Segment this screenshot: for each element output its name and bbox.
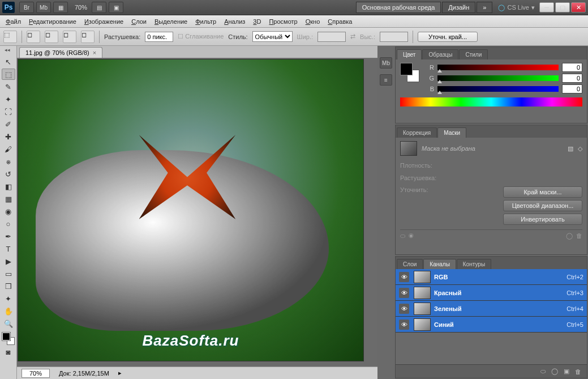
- move-tool[interactable]: ↖: [2, 56, 15, 67]
- close-tab-icon[interactable]: ×: [93, 49, 96, 56]
- blur-tool[interactable]: ◉: [2, 206, 15, 217]
- marquee-tool[interactable]: ⬚: [2, 69, 15, 80]
- 3d-camera-tool[interactable]: ✦: [2, 293, 15, 304]
- status-zoom-input[interactable]: [22, 369, 50, 378]
- intersect-selection-icon[interactable]: ◻: [81, 31, 95, 43]
- quickmask-tool[interactable]: ◙: [2, 346, 15, 357]
- menu-layer[interactable]: Слои: [131, 18, 147, 25]
- workspace-essentials[interactable]: Основная рабочая среда: [356, 2, 441, 13]
- visibility-icon[interactable]: 👁: [399, 272, 409, 282]
- load-channel-selection-icon[interactable]: ⬭: [540, 368, 546, 375]
- workspace-more[interactable]: »: [477, 2, 492, 13]
- b-slider[interactable]: [437, 86, 559, 92]
- canvas-viewport[interactable]: BazaSofta.ru: [17, 58, 377, 367]
- tab-adjustments[interactable]: Коррекция: [397, 127, 437, 138]
- status-arrow-icon[interactable]: ▸: [118, 369, 122, 377]
- tab-color[interactable]: Цвет: [397, 49, 422, 59]
- maximize-button[interactable]: ▢: [555, 2, 570, 12]
- visibility-icon[interactable]: 👁: [399, 288, 409, 298]
- b-input[interactable]: [562, 84, 582, 93]
- pen-tool[interactable]: ✒: [2, 231, 15, 242]
- spectrum-picker[interactable]: [400, 97, 582, 107]
- channel-row-rgb[interactable]: 👁 RGB Ctrl+2: [396, 269, 587, 285]
- color-swatches[interactable]: [2, 333, 15, 345]
- channel-row-red[interactable]: 👁 Красный Ctrl+3: [396, 285, 587, 301]
- arrange-icon[interactable]: ▤: [92, 2, 106, 13]
- menu-edit[interactable]: Редактирование: [29, 18, 76, 25]
- zoom-tool[interactable]: 🔍: [2, 318, 15, 329]
- r-input[interactable]: [562, 63, 582, 72]
- delete-channel-icon[interactable]: 🗑: [575, 368, 581, 375]
- save-selection-icon[interactable]: ◯: [551, 368, 558, 375]
- mask-edge-button[interactable]: Край маски...: [503, 186, 582, 198]
- history-panel-icon[interactable]: ≡: [380, 74, 392, 86]
- bridge-icon[interactable]: Br: [19, 2, 34, 13]
- tab-channels[interactable]: Каналы: [423, 259, 456, 269]
- close-button[interactable]: ✕: [571, 2, 586, 12]
- refine-edge-button[interactable]: Уточн. край...: [418, 32, 478, 42]
- gradient-tool[interactable]: ▦: [2, 193, 15, 205]
- eraser-tool[interactable]: ◧: [2, 181, 15, 192]
- view-extras-icon[interactable]: ▦: [53, 2, 68, 13]
- menu-filter[interactable]: Фильтр: [195, 18, 216, 25]
- workspace-design[interactable]: Дизайн: [442, 2, 475, 13]
- shape-tool[interactable]: ▭: [2, 268, 15, 279]
- eyedropper-tool[interactable]: ✐: [2, 118, 15, 130]
- document-tab[interactable]: 11.jpg @ 70% (RGB/8) ×: [19, 47, 102, 58]
- invert-button[interactable]: Инвертировать: [503, 214, 582, 225]
- new-selection-icon[interactable]: ◻: [27, 31, 40, 43]
- zoom-level[interactable]: 70%: [75, 4, 87, 11]
- type-tool[interactable]: T: [2, 243, 15, 254]
- menu-view[interactable]: Просмотр: [269, 18, 297, 25]
- tab-styles[interactable]: Стили: [459, 49, 488, 59]
- menu-image[interactable]: Изображение: [84, 18, 123, 25]
- delete-mask-icon[interactable]: 🗑: [576, 232, 582, 239]
- channel-row-green[interactable]: 👁 Зеленый Ctrl+4: [396, 301, 587, 317]
- minibridge-panel-icon[interactable]: Mb: [380, 57, 392, 69]
- new-channel-icon[interactable]: ▣: [564, 368, 569, 375]
- path-select-tool[interactable]: ▶: [2, 255, 15, 267]
- brush-tool[interactable]: 🖌: [2, 143, 15, 155]
- tab-masks[interactable]: Маски: [437, 127, 466, 138]
- menu-help[interactable]: Справка: [328, 18, 352, 25]
- tab-layers[interactable]: Слои: [397, 259, 423, 269]
- channel-row-blue[interactable]: 👁 Синий Ctrl+5: [396, 317, 587, 333]
- history-brush-tool[interactable]: ↺: [2, 168, 15, 180]
- hand-tool[interactable]: ✋: [2, 305, 15, 317]
- crop-tool[interactable]: ⛶: [2, 106, 15, 117]
- g-slider[interactable]: [437, 75, 559, 81]
- style-select[interactable]: Обычный: [252, 31, 293, 42]
- vector-mask-icon[interactable]: ◇: [578, 145, 582, 152]
- r-slider[interactable]: [437, 65, 559, 70]
- minimize-button[interactable]: ─: [539, 2, 554, 12]
- add-selection-icon[interactable]: ◻: [45, 31, 58, 43]
- disable-mask-icon[interactable]: ◯: [566, 232, 573, 239]
- lasso-tool[interactable]: ✎: [2, 81, 15, 92]
- color-range-button[interactable]: Цветовой диапазон...: [503, 200, 582, 211]
- menu-3d[interactable]: 3D: [253, 18, 261, 25]
- visibility-icon[interactable]: 👁: [399, 320, 409, 330]
- tab-swatches[interactable]: Образцы: [422, 49, 458, 59]
- pixel-mask-icon[interactable]: ▧: [568, 145, 573, 152]
- visibility-icon[interactable]: 👁: [399, 304, 409, 314]
- apply-mask-icon[interactable]: ◉: [409, 232, 414, 239]
- 3d-tool[interactable]: ❒: [2, 280, 15, 292]
- subtract-selection-icon[interactable]: ◻: [63, 31, 76, 43]
- menu-window[interactable]: Окно: [306, 18, 320, 25]
- menu-file[interactable]: Файл: [6, 18, 21, 25]
- panel-color-swatches[interactable]: [400, 63, 419, 82]
- g-input[interactable]: [562, 74, 582, 83]
- cslive-button[interactable]: ◯CS Live▾: [498, 4, 535, 11]
- stamp-tool[interactable]: ⎈: [2, 156, 15, 167]
- dodge-tool[interactable]: ○: [2, 218, 15, 229]
- healing-tool[interactable]: ✚: [2, 131, 15, 142]
- screen-mode-icon[interactable]: ▣: [109, 2, 123, 13]
- menu-analysis[interactable]: Анализ: [224, 18, 245, 25]
- load-selection-icon[interactable]: ⬭: [400, 232, 405, 239]
- quick-select-tool[interactable]: ✦: [2, 93, 15, 105]
- menu-select[interactable]: Выделение: [154, 18, 187, 25]
- current-tool-icon[interactable]: ⬚: [3, 31, 17, 43]
- foreground-swatch[interactable]: [2, 333, 10, 340]
- tab-paths[interactable]: Контуры: [457, 259, 491, 269]
- minibridge-icon[interactable]: Mb: [36, 2, 51, 13]
